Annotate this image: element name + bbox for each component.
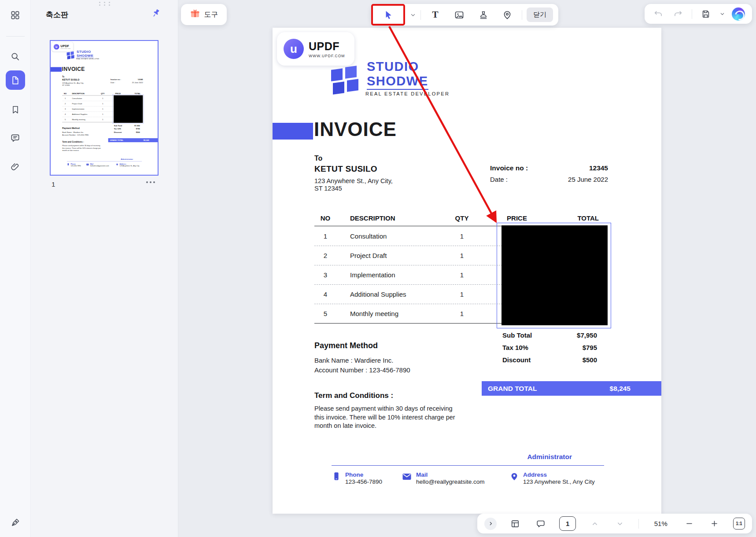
footer-address: Address 123 Anywhere St., Any City [116,163,139,167]
chat-button[interactable] [534,517,547,530]
rail-divider [6,36,25,37]
grand-total-bar: GRAND TOTAL $8,245 [482,381,661,396]
tools-button-label: 도구 [204,10,218,19]
actual-size-button[interactable]: 1:1 [733,518,745,530]
updf-brand: UPDF [61,44,71,48]
title-accent-bar [51,67,62,71]
mail-label: Mail [416,471,485,478]
comment-icon[interactable] [6,128,25,147]
invoice-no-label: Invoice no : [111,78,121,81]
page-thumbnail[interactable]: u UPDF WWW.UPDF.COM STUDIO SHODWE REAL E… [50,40,159,176]
attachment-icon[interactable] [6,157,25,177]
grand-total-label: GRAND TOTAL [110,139,124,141]
text-tool-button[interactable]: T [426,7,445,23]
address-value: 123 Anywhere St., Any City [120,165,140,167]
payment-method-title: Payment Method [62,127,80,130]
save-options-chevron-icon[interactable] [719,11,725,17]
next-page-button[interactable] [613,517,627,530]
toolbox-icon [190,8,200,21]
save-icon[interactable] [699,7,712,21]
address-pin-icon [116,163,118,166]
stamp-tool-button[interactable] [474,7,493,23]
tax-value: $795 [583,344,597,351]
page-layout-button[interactable] [509,517,522,530]
company-tagline: REAL ESTATE DEVELOPER [365,91,450,96]
apps-grid-icon[interactable] [6,5,25,25]
main-toolbar: T 닫기 [371,4,558,26]
updf-logo-letter: u [290,42,297,56]
table-header-row: NO DESCRIPTION QTY PRICE TOTAL [314,214,608,222]
to-label: To [62,76,64,78]
select-tool-chevron-icon[interactable] [410,12,416,18]
updf-watermark: u UPDF WWW.UPDF.COM [277,32,354,66]
invoice-title: INVOICE [62,66,85,72]
thumbnail-panel: 축소판 u UPDF WWW.UPDF.COM STUDIO SHODWE RE… [31,0,178,537]
terms-title: Term and Conditions : [62,141,84,143]
client-name: KETUT SUSILO [314,164,377,174]
footer-phone: Phone 123-456-7890 [67,163,81,167]
invoice-no-label: Invoice no : [490,164,528,172]
subtotal-label: Sub Total [114,125,122,127]
previous-page-button[interactable] [588,517,601,530]
history-save-toolbar [645,4,752,24]
toolbar-divider [420,10,421,20]
tax-value: $795 [136,128,140,130]
bookmark-icon[interactable] [6,100,25,119]
zoom-out-button[interactable] [682,517,696,530]
signature-pen-icon[interactable] [6,513,25,532]
bottom-toolbar: 1 51% 1:1 [477,514,752,533]
phone-value: 123-456-7890 [70,165,81,167]
pin-icon[interactable] [151,8,161,20]
mail-value: hello@reallygreatsite.com [90,165,109,167]
invoice-title: INVOICE [314,118,397,140]
location-tool-button[interactable] [498,7,517,23]
client-name: KETUT SUSILO [62,78,79,81]
grand-total-value: $8,245 [610,385,631,393]
updf-logo-icon: u [284,39,304,59]
company-name-line1: STUDIO [367,59,428,74]
client-address-line2: ST 12345 [62,84,70,86]
invoice-page: u UPDF WWW.UPDF.COM STUDIO SHODWE REAL E… [273,28,661,514]
bank-name: Bank Name : Wardiere Inc. [314,357,394,364]
thumbnail-more-button[interactable] [146,179,155,186]
company-name-line1: STUDIO [77,50,93,54]
account-number: Account Number : 123-456-7890 [62,134,89,136]
company-name-line2: SHODWE [77,54,93,58]
ai-assistant-icon[interactable] [732,7,745,21]
search-icon[interactable] [6,47,25,66]
signature-line [332,465,604,466]
bank-name: Bank Name : Wardiere Inc. [62,132,84,134]
close-button[interactable]: 닫기 [527,7,553,22]
invoice-page: u UPDF WWW.UPDF.COM STUDIO SHODWE REAL E… [51,41,158,175]
tools-button[interactable]: 도구 [181,4,227,25]
image-tool-button[interactable] [450,7,469,23]
signature-role: Administrator [109,158,133,160]
left-rail [0,0,31,537]
signature-role: Administrator [484,453,572,461]
tax-label: Tax 10% [114,128,121,130]
phone-label: Phone [345,471,382,478]
address-value: 123 Anywhere St., Any City [523,478,595,485]
undo-icon[interactable] [652,7,665,21]
updf-app: 축소판 u UPDF WWW.UPDF.COM STUDIO SHODWE RE… [0,0,756,537]
invoice-no-value: 12345 [138,78,143,81]
select-tool-button[interactable] [371,4,405,26]
page-number-input[interactable]: 1 [559,516,576,531]
expand-panel-button[interactable] [484,518,497,530]
thumbnail-panel-title: 축소판 [46,10,68,20]
thumbnail-page-host: u UPDF WWW.UPDF.COM STUDIO SHODWE REAL E… [51,41,158,175]
zoom-in-button[interactable] [708,517,721,530]
discount-label: Discount [502,356,531,364]
client-address-line2: ST 12345 [314,185,342,192]
zoom-level[interactable]: 51% [651,520,671,527]
redo-icon[interactable] [671,7,685,21]
payment-method-title: Payment Method [314,341,378,350]
to-label: To [314,154,322,162]
footer-address: Address 123 Anywhere St., Any City [509,471,595,485]
panel-drag-handle[interactable] [99,2,112,6]
thumbnails-tab-icon[interactable] [6,70,25,90]
company-logo-icon [330,66,359,94]
company-logo-icon [66,51,74,59]
toolbar-divider [522,10,522,20]
discount-value: $500 [583,356,597,364]
